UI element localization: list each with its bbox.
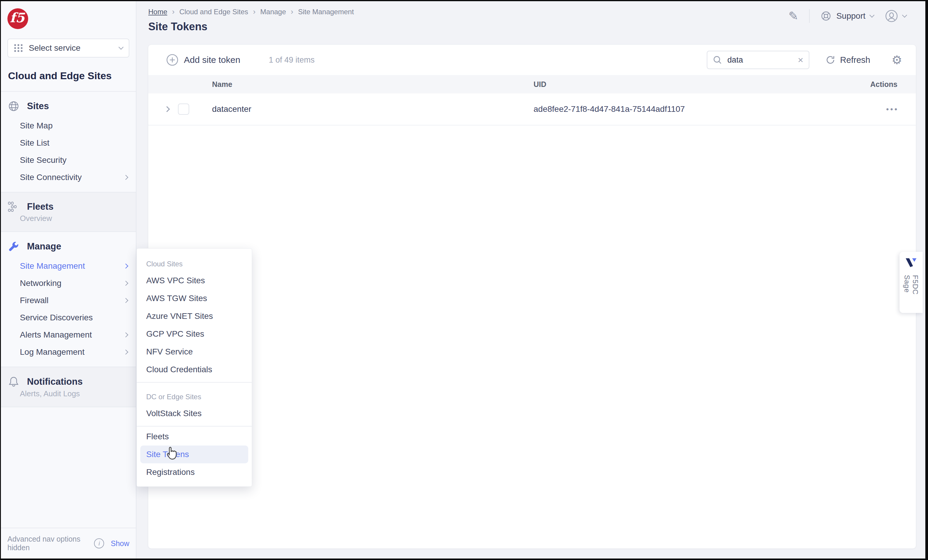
search-icon — [713, 55, 722, 65]
select-service-dropdown[interactable]: Select service — [8, 38, 129, 58]
refresh-button[interactable]: Refresh — [826, 55, 870, 65]
f5dc-sage-tab[interactable]: F5DC Sage — [899, 252, 923, 313]
product-title: Cloud and Edge Sites — [8, 70, 136, 82]
cell-name[interactable]: datacenter — [212, 104, 534, 114]
flyout-item-site-tokens[interactable]: Site Tokens — [140, 446, 248, 463]
header-actions: ✎ Support — [788, 9, 907, 23]
sage-tab-label: F5DC Sage — [903, 275, 919, 313]
cell-actions: ••• — [851, 104, 916, 114]
table-row: datacenter ade8fee2-71f8-4d47-841a-75144… — [148, 93, 916, 125]
flyout-divider — [137, 426, 252, 427]
flyout-item-fleets[interactable]: Fleets — [137, 428, 252, 446]
row-controls — [148, 104, 212, 115]
breadcrumb-cloud-and-edge-sites[interactable]: Cloud and Edge Sites — [179, 8, 248, 16]
flyout-item-aws-tgw-sites[interactable]: AWS TGW Sites — [137, 290, 252, 307]
fleet-icon — [8, 201, 20, 212]
table-header: Name UID Actions — [148, 75, 916, 93]
advanced-nav-footer: Advanced nav options hidden i Show — [1, 528, 136, 558]
sidebar: f5 Select service Cloud and Edge Sites S… — [1, 1, 136, 558]
f5-logo: f5 — [8, 8, 28, 29]
sidebar-item-site-security[interactable]: Site Security — [1, 151, 136, 169]
sidebar-item-firewall[interactable]: Firewall — [1, 292, 136, 309]
flyout-item-gcp-vpc-sites[interactable]: GCP VPC Sites — [137, 325, 252, 343]
sidebar-section-label: Sites — [27, 101, 49, 111]
header-divider — [809, 9, 810, 23]
chevron-right-icon — [124, 350, 128, 355]
sidebar-item-networking[interactable]: Networking — [1, 275, 136, 292]
sidebar-item-notifications[interactable]: Notifications — [1, 371, 136, 389]
sidebar-item-site-list[interactable]: Site List — [1, 134, 136, 151]
site-management-flyout: Cloud Sites AWS VPC Sites AWS TGW Sites … — [136, 248, 252, 487]
flyout-group-header-dc-or-edge-sites: DC or Edge Sites — [137, 384, 252, 404]
nav-section-notifications: Notifications Alerts, Audit Logs — [1, 367, 136, 407]
chevron-right-icon — [124, 264, 128, 269]
support-menu[interactable]: Support — [820, 11, 874, 21]
flyout-item-nfv-service[interactable]: NFV Service — [137, 343, 252, 361]
add-site-token-button[interactable]: Add site token — [166, 54, 240, 66]
show-advanced-nav-link[interactable]: Show — [111, 539, 129, 548]
advanced-nav-text: Advanced nav options hidden — [8, 535, 90, 552]
sidebar-item-service-discoveries[interactable]: Service Discoveries — [1, 309, 136, 326]
hand-cursor — [165, 446, 179, 462]
items-count: 1 of 49 items — [269, 55, 315, 65]
cell-uid: ade8fee2-71f8-4d47-841a-75144adf1107 — [534, 104, 851, 114]
breadcrumb-home[interactable]: Home — [148, 8, 167, 16]
lifebuoy-icon — [820, 11, 832, 21]
gear-icon[interactable]: ⚙ — [891, 54, 902, 66]
flyout-divider — [137, 382, 252, 383]
app-root: f5 Select service Cloud and Edge Sites S… — [0, 0, 928, 560]
chevron-down-icon — [902, 13, 907, 18]
refresh-label: Refresh — [840, 55, 870, 65]
column-header-actions: Actions — [850, 80, 916, 89]
search-input[interactable] — [727, 55, 793, 65]
plus-circle-icon — [166, 54, 179, 66]
sidebar-nav: Sites Site Map Site List Site Security S… — [1, 91, 136, 528]
clear-search-icon[interactable]: × — [798, 55, 803, 65]
sidebar-item-site-connectivity[interactable]: Site Connectivity — [1, 169, 136, 186]
select-service-label: Select service — [29, 43, 80, 53]
flyout-item-cloud-credentials[interactable]: Cloud Credentials — [137, 361, 252, 378]
sidebar-section-label: Manage — [27, 241, 61, 252]
chevron-right-icon — [124, 298, 128, 303]
sidebar-section-label: Fleets — [27, 201, 54, 212]
breadcrumb-separator: › — [291, 7, 293, 16]
nav-section-fleets: Fleets Overview — [1, 192, 136, 232]
row-actions-menu-icon[interactable]: ••• — [886, 105, 899, 114]
sidebar-item-log-management[interactable]: Log Management — [1, 343, 136, 361]
sidebar-item-fleets[interactable]: Fleets — [1, 196, 136, 214]
chevron-down-icon — [119, 45, 124, 50]
chevron-right-icon — [124, 333, 128, 337]
flyout-item-azure-vnet-sites[interactable]: Azure VNET Sites — [137, 307, 252, 325]
volterra-v-icon — [904, 257, 918, 269]
wrench-icon — [8, 241, 20, 252]
nav-section-manage: Manage Site Management Networking Firewa… — [1, 232, 136, 367]
chevron-down-icon — [870, 13, 875, 18]
table-toolbar: Add site token 1 of 49 items × Refresh ⚙ — [148, 45, 916, 75]
notifications-subtitle: Alerts, Audit Logs — [1, 389, 136, 401]
refresh-icon — [826, 55, 835, 65]
pencil-icon[interactable]: ✎ — [788, 10, 798, 22]
sidebar-item-site-management[interactable]: Site Management — [1, 258, 136, 275]
flyout-item-voltstack-sites[interactable]: VoltStack Sites — [137, 404, 252, 423]
sidebar-item-alerts-management[interactable]: Alerts Management — [1, 326, 136, 343]
sidebar-item-manage[interactable]: Manage — [1, 235, 136, 258]
account-menu[interactable] — [884, 9, 907, 23]
breadcrumb-manage[interactable]: Manage — [260, 8, 286, 16]
bell-icon — [8, 376, 20, 388]
row-expand-icon[interactable] — [164, 106, 170, 112]
flyout-item-aws-vpc-sites[interactable]: AWS VPC Sites — [137, 272, 252, 290]
main-area: Home › Cloud and Edge Sites › Manage › S… — [137, 1, 925, 558]
column-header-name[interactable]: Name — [212, 80, 534, 89]
chevron-right-icon — [124, 175, 128, 180]
breadcrumb-site-management[interactable]: Site Management — [298, 8, 354, 16]
breadcrumb-separator: › — [253, 7, 256, 16]
flyout-group-header-cloud-sites: Cloud Sites — [137, 251, 252, 272]
sidebar-item-sites[interactable]: Sites — [1, 95, 136, 117]
page-header: Home › Cloud and Edge Sites › Manage › S… — [137, 1, 925, 33]
column-header-uid[interactable]: UID — [534, 80, 850, 89]
fleets-subtitle: Overview — [1, 214, 136, 226]
sidebar-section-label: Notifications — [27, 376, 83, 387]
sidebar-item-site-map[interactable]: Site Map — [1, 117, 136, 134]
row-checkbox[interactable] — [178, 104, 189, 115]
flyout-item-registrations[interactable]: Registrations — [137, 463, 252, 481]
